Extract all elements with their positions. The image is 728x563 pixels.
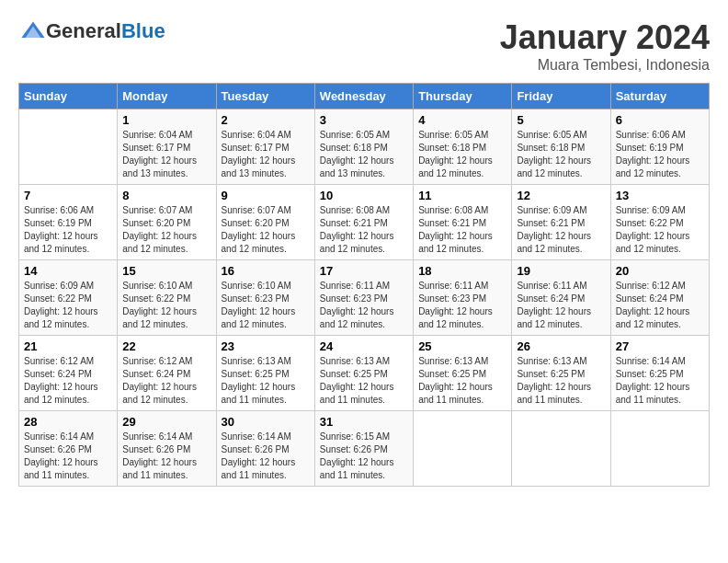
sunrise-text: Sunrise: 6:15 AM [320, 431, 390, 442]
logo-blue-text: Blue [121, 19, 165, 42]
day-info: Sunrise: 6:11 AM Sunset: 6:24 PM Dayligh… [517, 280, 605, 331]
calendar-week-row: 21 Sunrise: 6:12 AM Sunset: 6:24 PM Dayl… [19, 336, 710, 411]
sunset-text: Sunset: 6:18 PM [517, 143, 585, 153]
daylight-text: Daylight: 12 hours and 12 minutes. [24, 382, 98, 405]
day-info: Sunrise: 6:04 AM Sunset: 6:17 PM Dayligh… [222, 129, 310, 180]
day-info: Sunrise: 6:15 AM Sunset: 6:26 PM Dayligh… [320, 431, 408, 482]
sunrise-text: Sunrise: 6:07 AM [122, 205, 192, 215]
sunset-text: Sunset: 6:26 PM [122, 444, 190, 454]
sunrise-text: Sunrise: 6:11 AM [517, 281, 586, 291]
sunrise-text: Sunrise: 6:05 AM [517, 130, 586, 140]
sunrise-text: Sunrise: 6:04 AM [222, 130, 291, 140]
daylight-text: Daylight: 12 hours and 11 minutes. [24, 457, 98, 480]
daylight-text: Daylight: 12 hours and 13 minutes. [122, 155, 197, 178]
sunrise-text: Sunrise: 6:13 AM [418, 356, 488, 366]
sunset-text: Sunset: 6:26 PM [222, 444, 290, 454]
logo: GeneralBlue [18, 18, 165, 44]
day-info: Sunrise: 6:14 AM Sunset: 6:26 PM Dayligh… [122, 431, 210, 482]
calendar-cell: 21 Sunrise: 6:12 AM Sunset: 6:24 PM Dayl… [19, 336, 118, 411]
day-number: 9 [222, 189, 310, 202]
sunset-text: Sunset: 6:21 PM [418, 218, 486, 228]
sunrise-text: Sunrise: 6:05 AM [320, 130, 390, 140]
daylight-text: Daylight: 12 hours and 11 minutes. [320, 457, 394, 480]
calendar-cell: 6 Sunrise: 6:06 AM Sunset: 6:19 PM Dayli… [610, 109, 709, 185]
sunset-text: Sunset: 6:17 PM [222, 143, 290, 153]
title-area: January 2024 Muara Tembesi, Indonesia [500, 18, 710, 74]
sunset-text: Sunset: 6:23 PM [418, 293, 486, 304]
day-info: Sunrise: 6:08 AM Sunset: 6:21 PM Dayligh… [320, 204, 408, 256]
daylight-text: Daylight: 12 hours and 12 minutes. [24, 231, 98, 254]
sunset-text: Sunset: 6:17 PM [122, 143, 190, 153]
calendar-cell: 31 Sunrise: 6:15 AM Sunset: 6:26 PM Dayl… [314, 411, 413, 487]
sunrise-text: Sunrise: 6:13 AM [517, 356, 586, 366]
calendar-cell: 12 Sunrise: 6:09 AM Sunset: 6:21 PM Dayl… [512, 185, 610, 260]
day-number: 7 [24, 189, 112, 202]
sunrise-text: Sunrise: 6:10 AM [222, 281, 291, 291]
sunrise-text: Sunrise: 6:11 AM [320, 281, 390, 291]
day-number: 1 [122, 113, 210, 127]
sunset-text: Sunset: 6:20 PM [122, 218, 190, 228]
month-title: January 2024 [500, 18, 710, 57]
calendar-cell: 19 Sunrise: 6:11 AM Sunset: 6:24 PM Dayl… [512, 260, 610, 336]
day-info: Sunrise: 6:10 AM Sunset: 6:23 PM Dayligh… [222, 280, 310, 331]
sunrise-text: Sunrise: 6:14 AM [24, 431, 94, 442]
day-number: 30 [222, 415, 310, 429]
sunset-text: Sunset: 6:24 PM [616, 293, 684, 304]
day-number: 11 [418, 189, 506, 202]
daylight-text: Daylight: 12 hours and 12 minutes. [418, 155, 493, 178]
day-number: 28 [24, 415, 112, 429]
daylight-text: Daylight: 12 hours and 13 minutes. [222, 155, 296, 178]
daylight-text: Daylight: 12 hours and 12 minutes. [122, 231, 197, 254]
location-title: Muara Tembesi, Indonesia [500, 57, 710, 74]
calendar-cell: 15 Sunrise: 6:10 AM Sunset: 6:22 PM Dayl… [118, 260, 216, 336]
calendar-header-thursday: Thursday [414, 84, 512, 109]
sunrise-text: Sunrise: 6:09 AM [517, 205, 586, 215]
day-number: 24 [320, 339, 408, 353]
calendar-cell: 24 Sunrise: 6:13 AM Sunset: 6:25 PM Dayl… [314, 336, 413, 411]
daylight-text: Daylight: 12 hours and 12 minutes. [222, 306, 296, 329]
day-info: Sunrise: 6:06 AM Sunset: 6:19 PM Dayligh… [24, 204, 112, 256]
calendar-cell: 3 Sunrise: 6:05 AM Sunset: 6:18 PM Dayli… [314, 109, 413, 185]
daylight-text: Daylight: 12 hours and 12 minutes. [517, 231, 591, 254]
day-info: Sunrise: 6:05 AM Sunset: 6:18 PM Dayligh… [418, 129, 506, 180]
calendar-cell [512, 411, 610, 487]
day-info: Sunrise: 6:13 AM Sunset: 6:25 PM Dayligh… [222, 355, 310, 407]
calendar-cell: 26 Sunrise: 6:13 AM Sunset: 6:25 PM Dayl… [512, 336, 610, 411]
daylight-text: Daylight: 12 hours and 11 minutes. [517, 382, 591, 405]
day-number: 26 [517, 339, 605, 353]
sunrise-text: Sunrise: 6:12 AM [122, 356, 192, 366]
day-number: 18 [418, 264, 506, 278]
daylight-text: Daylight: 12 hours and 12 minutes. [517, 306, 591, 329]
calendar-cell: 1 Sunrise: 6:04 AM Sunset: 6:17 PM Dayli… [118, 109, 216, 185]
day-number: 15 [122, 264, 210, 278]
calendar-cell: 4 Sunrise: 6:05 AM Sunset: 6:18 PM Dayli… [414, 109, 512, 185]
sunrise-text: Sunrise: 6:12 AM [616, 281, 686, 291]
sunrise-text: Sunrise: 6:14 AM [616, 356, 686, 366]
day-info: Sunrise: 6:05 AM Sunset: 6:18 PM Dayligh… [320, 129, 408, 180]
sunrise-text: Sunrise: 6:12 AM [24, 356, 94, 366]
sunrise-text: Sunrise: 6:14 AM [222, 431, 291, 442]
day-number: 14 [24, 264, 112, 278]
day-number: 8 [122, 189, 210, 202]
sunset-text: Sunset: 6:25 PM [418, 369, 486, 379]
day-info: Sunrise: 6:09 AM Sunset: 6:21 PM Dayligh… [517, 204, 605, 256]
sunset-text: Sunset: 6:26 PM [24, 444, 92, 454]
calendar-cell: 25 Sunrise: 6:13 AM Sunset: 6:25 PM Dayl… [414, 336, 512, 411]
sunset-text: Sunset: 6:22 PM [122, 293, 190, 304]
sunset-text: Sunset: 6:22 PM [616, 218, 684, 228]
day-number: 2 [222, 113, 310, 127]
daylight-text: Daylight: 12 hours and 12 minutes. [122, 382, 197, 405]
sunset-text: Sunset: 6:24 PM [122, 369, 190, 379]
calendar-cell: 9 Sunrise: 6:07 AM Sunset: 6:20 PM Dayli… [216, 185, 314, 260]
sunset-text: Sunset: 6:25 PM [320, 369, 388, 379]
sunrise-text: Sunrise: 6:05 AM [418, 130, 488, 140]
sunrise-text: Sunrise: 6:13 AM [320, 356, 390, 366]
calendar-week-row: 14 Sunrise: 6:09 AM Sunset: 6:22 PM Dayl… [19, 260, 710, 336]
day-number: 20 [616, 264, 704, 278]
daylight-text: Daylight: 12 hours and 11 minutes. [320, 382, 394, 405]
sunset-text: Sunset: 6:25 PM [517, 369, 585, 379]
daylight-text: Daylight: 12 hours and 11 minutes. [222, 382, 296, 405]
calendar-cell: 5 Sunrise: 6:05 AM Sunset: 6:18 PM Dayli… [512, 109, 610, 185]
day-info: Sunrise: 6:04 AM Sunset: 6:17 PM Dayligh… [122, 129, 210, 180]
calendar-week-row: 28 Sunrise: 6:14 AM Sunset: 6:26 PM Dayl… [19, 411, 710, 487]
